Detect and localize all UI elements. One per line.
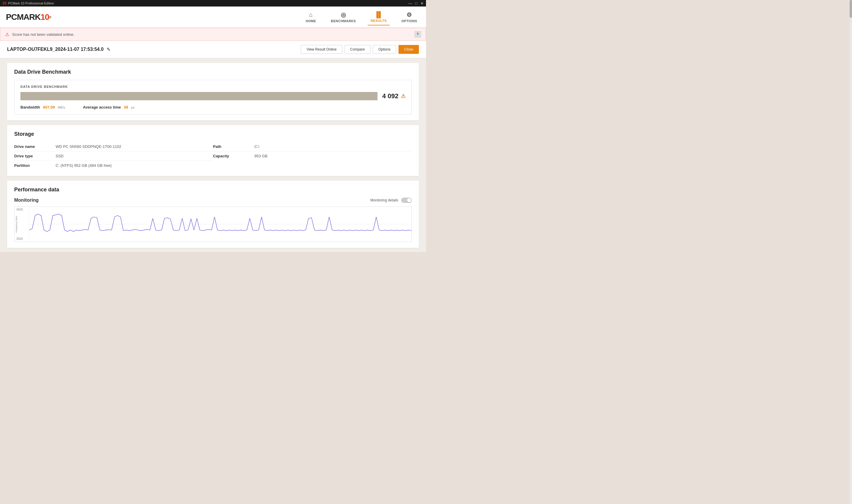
benchmark-card: Data Drive Benchmark DATA DRIVE BENCHMAR… bbox=[7, 63, 419, 120]
metrics-row: Bandwidth 607.09 MB/s Average access tim… bbox=[20, 105, 405, 109]
path-row: Path C:\ bbox=[213, 142, 412, 151]
nav-home[interactable]: ⌂ HOME bbox=[303, 9, 319, 25]
drive-name-row: Drive name WD PC SN560 SDDPNQE-1T00-1102 bbox=[14, 142, 213, 151]
monitoring-toggle[interactable] bbox=[401, 198, 412, 203]
options-button[interactable]: Options bbox=[373, 45, 396, 54]
monitoring-label: Monitoring bbox=[14, 198, 39, 203]
path-key: Path bbox=[213, 144, 254, 149]
drive-name-key: Drive name bbox=[14, 144, 56, 149]
alert-banner: ⚠ Score has not been validated online. ? bbox=[0, 28, 426, 41]
score-number: 4 092 bbox=[382, 92, 398, 100]
capacity-key: Capacity bbox=[213, 154, 254, 158]
bandwidth-unit: MB/s bbox=[58, 106, 65, 109]
drive-name-value: WD PC SN560 SDDPNQE-1T00-1102 bbox=[56, 144, 121, 149]
nav-home-label: HOME bbox=[306, 19, 316, 23]
close-button[interactable]: ✕ bbox=[420, 1, 424, 6]
alert-left: ⚠ Score has not been validated online. bbox=[5, 32, 74, 37]
nav-options[interactable]: ⚙ OPTIONS bbox=[398, 9, 420, 25]
result-name: LAPTOP-OU7FEKL9_2024-11-07 17:53:54.0 bbox=[7, 47, 104, 52]
chart-y-bottom: 3500 bbox=[16, 237, 27, 240]
logo: PC MARK 10 ® bbox=[6, 13, 51, 22]
monitoring-details-label: Monitoring details bbox=[370, 198, 398, 202]
alert-icon: ⚠ bbox=[5, 32, 9, 37]
storage-section-title: Storage bbox=[14, 131, 412, 137]
partition-value: C: (NTFS) 952 GB (484 GB free) bbox=[56, 163, 111, 168]
close-result-button[interactable]: Close bbox=[398, 45, 419, 54]
alert-help-button[interactable]: ? bbox=[415, 31, 421, 38]
benchmark-section-title: Data Drive Benchmark bbox=[14, 69, 412, 75]
capacity-row: Capacity 953 GB bbox=[213, 151, 412, 161]
storage-col-right: Path C:\ Capacity 953 GB bbox=[213, 142, 412, 170]
chart-y-top: 4500 bbox=[16, 208, 27, 211]
avg-access-label: Average access time bbox=[83, 105, 121, 109]
storage-card: Storage Drive name WD PC SN560 SDDPNQE-1… bbox=[7, 125, 419, 176]
drive-type-key: Drive type bbox=[14, 154, 56, 158]
logo-pc: PC bbox=[6, 13, 17, 22]
edit-icon[interactable]: ✎ bbox=[107, 47, 110, 52]
alert-message: Score has not been validated online. bbox=[12, 32, 74, 37]
results-icon: ▐▌ bbox=[374, 11, 383, 18]
bandwidth-metric: Bandwidth 607.09 MB/s bbox=[20, 105, 65, 109]
nav-results[interactable]: ▐▌ RESULTS bbox=[368, 9, 389, 25]
avg-access-metric: Average access time 38 μs bbox=[83, 105, 134, 109]
path-value: C:\ bbox=[254, 144, 259, 149]
benchmarks-icon: ◎ bbox=[341, 11, 346, 18]
monitoring-header: Monitoring Monitoring details bbox=[14, 198, 412, 203]
score-value: 4 092 ⚠ bbox=[382, 92, 405, 100]
home-icon: ⌂ bbox=[309, 12, 313, 18]
title-bar-left: 10 PCMark 10 Professional Edition bbox=[2, 1, 54, 5]
title-bar: 10 PCMark 10 Professional Edition — □ ✕ bbox=[0, 0, 426, 6]
app-title: PCMark 10 Professional Edition bbox=[8, 1, 54, 5]
compare-button[interactable]: Compare bbox=[345, 45, 370, 54]
nav-links: ⌂ HOME ◎ BENCHMARKS ▐▌ RESULTS ⚙ OPTIONS bbox=[303, 9, 420, 25]
avg-access-unit: μs bbox=[131, 106, 134, 109]
score-warning-icon: ⚠ bbox=[401, 93, 405, 100]
result-header: LAPTOP-OU7FEKL9_2024-11-07 17:53:54.0 ✎ … bbox=[0, 41, 426, 58]
logo-registered: ® bbox=[49, 15, 51, 19]
top-nav: PC MARK 10 ® ⌂ HOME ◎ BENCHMARKS ▐▌ RESU… bbox=[0, 6, 426, 28]
result-title-area: LAPTOP-OU7FEKL9_2024-11-07 17:53:54.0 ✎ bbox=[7, 47, 110, 52]
minimize-button[interactable]: — bbox=[408, 1, 412, 6]
benchmark-inner: DATA DRIVE BENCHMARK 4 092 ⚠ Bandwidth 6… bbox=[14, 80, 412, 114]
nav-results-label: RESULTS bbox=[371, 19, 387, 22]
logo-mark: MARK bbox=[17, 13, 40, 22]
result-actions: View Result Online Compare Options Close bbox=[301, 45, 419, 54]
score-bar-row: 4 092 ⚠ bbox=[20, 92, 405, 100]
content-area: LAPTOP-OU7FEKL9_2024-11-07 17:53:54.0 ✎ … bbox=[0, 41, 426, 252]
partition-key: Partition bbox=[14, 163, 56, 168]
score-bar bbox=[20, 92, 378, 100]
chart-area: 4500 3500 Frequency MHz bbox=[14, 206, 412, 242]
monitoring-toggle-area: Monitoring details bbox=[370, 198, 412, 203]
options-icon: ⚙ bbox=[406, 11, 412, 18]
view-online-button[interactable]: View Result Online bbox=[301, 45, 342, 54]
performance-card: Performance data Monitoring Monitoring d… bbox=[7, 181, 419, 248]
logo-10: 10 bbox=[40, 13, 49, 22]
chart-yaxis: 4500 3500 Frequency MHz bbox=[15, 207, 29, 242]
nav-benchmarks[interactable]: ◎ BENCHMARKS bbox=[328, 9, 359, 25]
partition-row: Partition C: (NTFS) 952 GB (484 GB free) bbox=[14, 161, 213, 170]
storage-col-left: Drive name WD PC SN560 SDDPNQE-1T00-1102… bbox=[14, 142, 213, 170]
capacity-value: 953 GB bbox=[254, 154, 268, 158]
app-container: PC MARK 10 ® ⌂ HOME ◎ BENCHMARKS ▐▌ RESU… bbox=[0, 6, 426, 252]
nav-benchmarks-label: BENCHMARKS bbox=[331, 19, 356, 23]
app-logo-small: 10 bbox=[2, 1, 6, 5]
nav-options-label: OPTIONS bbox=[401, 19, 417, 23]
chart-inner bbox=[29, 207, 412, 242]
storage-grid: Drive name WD PC SN560 SDDPNQE-1T00-1102… bbox=[14, 142, 412, 170]
avg-access-value: 38 bbox=[124, 105, 128, 109]
benchmark-inner-title: DATA DRIVE BENCHMARK bbox=[20, 85, 405, 88]
bandwidth-value: 607.09 bbox=[43, 105, 55, 109]
title-bar-controls[interactable]: — □ ✕ bbox=[408, 1, 424, 6]
drive-type-value: SSD bbox=[56, 154, 64, 158]
performance-section-title: Performance data bbox=[14, 187, 412, 193]
bandwidth-label: Bandwidth bbox=[20, 105, 40, 109]
drive-type-row: Drive type SSD bbox=[14, 151, 213, 161]
chart-svg bbox=[29, 207, 412, 242]
maximize-button[interactable]: □ bbox=[415, 1, 417, 6]
chart-y-label: Frequency MHz bbox=[15, 216, 18, 233]
